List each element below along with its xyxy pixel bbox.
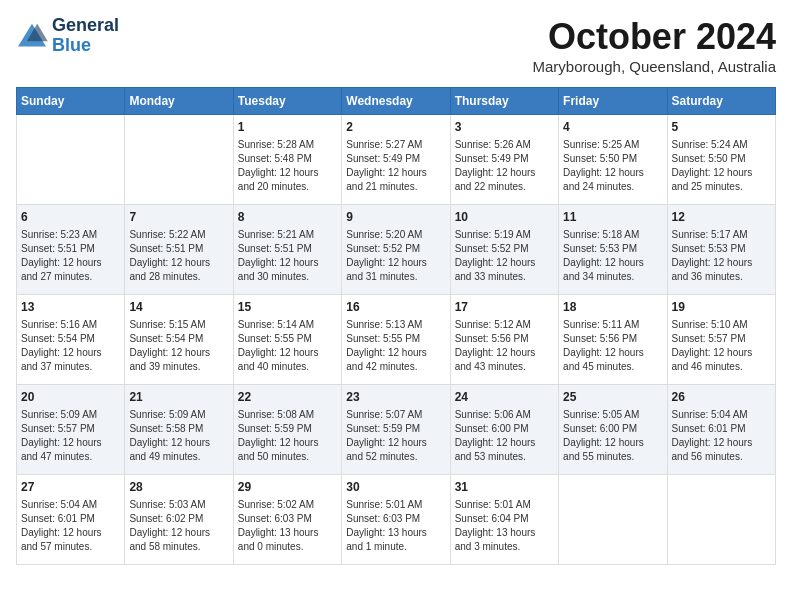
day-number: 3 — [455, 119, 554, 136]
calendar-cell: 25Sunrise: 5:05 AMSunset: 6:00 PMDayligh… — [559, 385, 667, 475]
calendar-cell: 4Sunrise: 5:25 AMSunset: 5:50 PMDaylight… — [559, 115, 667, 205]
weekday-header-sunday: Sunday — [17, 88, 125, 115]
day-info: Sunrise: 5:13 AMSunset: 5:55 PMDaylight:… — [346, 318, 445, 374]
calendar-cell — [17, 115, 125, 205]
day-number: 26 — [672, 389, 771, 406]
calendar-cell: 13Sunrise: 5:16 AMSunset: 5:54 PMDayligh… — [17, 295, 125, 385]
calendar-cell: 8Sunrise: 5:21 AMSunset: 5:51 PMDaylight… — [233, 205, 341, 295]
day-number: 18 — [563, 299, 662, 316]
day-info: Sunrise: 5:24 AMSunset: 5:50 PMDaylight:… — [672, 138, 771, 194]
day-info: Sunrise: 5:04 AMSunset: 6:01 PMDaylight:… — [21, 498, 120, 554]
day-info: Sunrise: 5:03 AMSunset: 6:02 PMDaylight:… — [129, 498, 228, 554]
day-number: 30 — [346, 479, 445, 496]
day-number: 15 — [238, 299, 337, 316]
day-info: Sunrise: 5:22 AMSunset: 5:51 PMDaylight:… — [129, 228, 228, 284]
day-info: Sunrise: 5:05 AMSunset: 6:00 PMDaylight:… — [563, 408, 662, 464]
logo: General Blue — [16, 16, 119, 56]
title-area: October 2024 Maryborough, Queensland, Au… — [533, 16, 776, 75]
day-info: Sunrise: 5:09 AMSunset: 5:58 PMDaylight:… — [129, 408, 228, 464]
calendar-cell: 24Sunrise: 5:06 AMSunset: 6:00 PMDayligh… — [450, 385, 558, 475]
calendar-week-row: 1Sunrise: 5:28 AMSunset: 5:48 PMDaylight… — [17, 115, 776, 205]
weekday-header-saturday: Saturday — [667, 88, 775, 115]
day-info: Sunrise: 5:20 AMSunset: 5:52 PMDaylight:… — [346, 228, 445, 284]
day-number: 10 — [455, 209, 554, 226]
calendar-cell: 5Sunrise: 5:24 AMSunset: 5:50 PMDaylight… — [667, 115, 775, 205]
calendar-cell: 16Sunrise: 5:13 AMSunset: 5:55 PMDayligh… — [342, 295, 450, 385]
calendar-cell: 1Sunrise: 5:28 AMSunset: 5:48 PMDaylight… — [233, 115, 341, 205]
calendar-cell: 3Sunrise: 5:26 AMSunset: 5:49 PMDaylight… — [450, 115, 558, 205]
calendar-week-row: 27Sunrise: 5:04 AMSunset: 6:01 PMDayligh… — [17, 475, 776, 565]
calendar-cell: 30Sunrise: 5:01 AMSunset: 6:03 PMDayligh… — [342, 475, 450, 565]
calendar-table: SundayMondayTuesdayWednesdayThursdayFrid… — [16, 87, 776, 565]
day-number: 8 — [238, 209, 337, 226]
day-number: 12 — [672, 209, 771, 226]
weekday-header-monday: Monday — [125, 88, 233, 115]
day-number: 24 — [455, 389, 554, 406]
day-number: 16 — [346, 299, 445, 316]
day-info: Sunrise: 5:08 AMSunset: 5:59 PMDaylight:… — [238, 408, 337, 464]
day-number: 23 — [346, 389, 445, 406]
calendar-cell: 14Sunrise: 5:15 AMSunset: 5:54 PMDayligh… — [125, 295, 233, 385]
day-info: Sunrise: 5:11 AMSunset: 5:56 PMDaylight:… — [563, 318, 662, 374]
calendar-cell — [125, 115, 233, 205]
day-info: Sunrise: 5:15 AMSunset: 5:54 PMDaylight:… — [129, 318, 228, 374]
calendar-cell — [559, 475, 667, 565]
day-number: 7 — [129, 209, 228, 226]
calendar-cell: 15Sunrise: 5:14 AMSunset: 5:55 PMDayligh… — [233, 295, 341, 385]
logo-icon — [16, 22, 48, 50]
calendar-week-row: 20Sunrise: 5:09 AMSunset: 5:57 PMDayligh… — [17, 385, 776, 475]
day-number: 19 — [672, 299, 771, 316]
day-number: 27 — [21, 479, 120, 496]
calendar-cell: 29Sunrise: 5:02 AMSunset: 6:03 PMDayligh… — [233, 475, 341, 565]
day-info: Sunrise: 5:10 AMSunset: 5:57 PMDaylight:… — [672, 318, 771, 374]
day-number: 14 — [129, 299, 228, 316]
calendar-week-row: 6Sunrise: 5:23 AMSunset: 5:51 PMDaylight… — [17, 205, 776, 295]
day-info: Sunrise: 5:27 AMSunset: 5:49 PMDaylight:… — [346, 138, 445, 194]
day-info: Sunrise: 5:25 AMSunset: 5:50 PMDaylight:… — [563, 138, 662, 194]
day-info: Sunrise: 5:26 AMSunset: 5:49 PMDaylight:… — [455, 138, 554, 194]
logo-text-blue: Blue — [52, 36, 119, 56]
day-number: 28 — [129, 479, 228, 496]
page-header: General Blue October 2024 Maryborough, Q… — [16, 16, 776, 75]
calendar-cell: 20Sunrise: 5:09 AMSunset: 5:57 PMDayligh… — [17, 385, 125, 475]
day-number: 2 — [346, 119, 445, 136]
day-info: Sunrise: 5:06 AMSunset: 6:00 PMDaylight:… — [455, 408, 554, 464]
calendar-body: 1Sunrise: 5:28 AMSunset: 5:48 PMDaylight… — [17, 115, 776, 565]
calendar-cell: 2Sunrise: 5:27 AMSunset: 5:49 PMDaylight… — [342, 115, 450, 205]
logo-text-general: General — [52, 16, 119, 36]
day-number: 13 — [21, 299, 120, 316]
day-number: 9 — [346, 209, 445, 226]
day-info: Sunrise: 5:14 AMSunset: 5:55 PMDaylight:… — [238, 318, 337, 374]
calendar-cell: 7Sunrise: 5:22 AMSunset: 5:51 PMDaylight… — [125, 205, 233, 295]
day-number: 4 — [563, 119, 662, 136]
day-info: Sunrise: 5:09 AMSunset: 5:57 PMDaylight:… — [21, 408, 120, 464]
calendar-week-row: 13Sunrise: 5:16 AMSunset: 5:54 PMDayligh… — [17, 295, 776, 385]
calendar-cell: 19Sunrise: 5:10 AMSunset: 5:57 PMDayligh… — [667, 295, 775, 385]
day-info: Sunrise: 5:07 AMSunset: 5:59 PMDaylight:… — [346, 408, 445, 464]
day-number: 31 — [455, 479, 554, 496]
month-title: October 2024 — [533, 16, 776, 58]
day-info: Sunrise: 5:23 AMSunset: 5:51 PMDaylight:… — [21, 228, 120, 284]
weekday-header-row: SundayMondayTuesdayWednesdayThursdayFrid… — [17, 88, 776, 115]
calendar-cell: 31Sunrise: 5:01 AMSunset: 6:04 PMDayligh… — [450, 475, 558, 565]
calendar-header: SundayMondayTuesdayWednesdayThursdayFrid… — [17, 88, 776, 115]
day-number: 21 — [129, 389, 228, 406]
calendar-cell: 28Sunrise: 5:03 AMSunset: 6:02 PMDayligh… — [125, 475, 233, 565]
day-number: 11 — [563, 209, 662, 226]
day-info: Sunrise: 5:01 AMSunset: 6:03 PMDaylight:… — [346, 498, 445, 554]
calendar-cell: 10Sunrise: 5:19 AMSunset: 5:52 PMDayligh… — [450, 205, 558, 295]
day-info: Sunrise: 5:12 AMSunset: 5:56 PMDaylight:… — [455, 318, 554, 374]
day-info: Sunrise: 5:21 AMSunset: 5:51 PMDaylight:… — [238, 228, 337, 284]
calendar-cell: 12Sunrise: 5:17 AMSunset: 5:53 PMDayligh… — [667, 205, 775, 295]
calendar-cell — [667, 475, 775, 565]
day-number: 20 — [21, 389, 120, 406]
day-info: Sunrise: 5:17 AMSunset: 5:53 PMDaylight:… — [672, 228, 771, 284]
day-number: 6 — [21, 209, 120, 226]
calendar-cell: 17Sunrise: 5:12 AMSunset: 5:56 PMDayligh… — [450, 295, 558, 385]
calendar-cell: 11Sunrise: 5:18 AMSunset: 5:53 PMDayligh… — [559, 205, 667, 295]
calendar-cell: 26Sunrise: 5:04 AMSunset: 6:01 PMDayligh… — [667, 385, 775, 475]
day-number: 1 — [238, 119, 337, 136]
day-number: 25 — [563, 389, 662, 406]
calendar-cell: 6Sunrise: 5:23 AMSunset: 5:51 PMDaylight… — [17, 205, 125, 295]
calendar-cell: 27Sunrise: 5:04 AMSunset: 6:01 PMDayligh… — [17, 475, 125, 565]
